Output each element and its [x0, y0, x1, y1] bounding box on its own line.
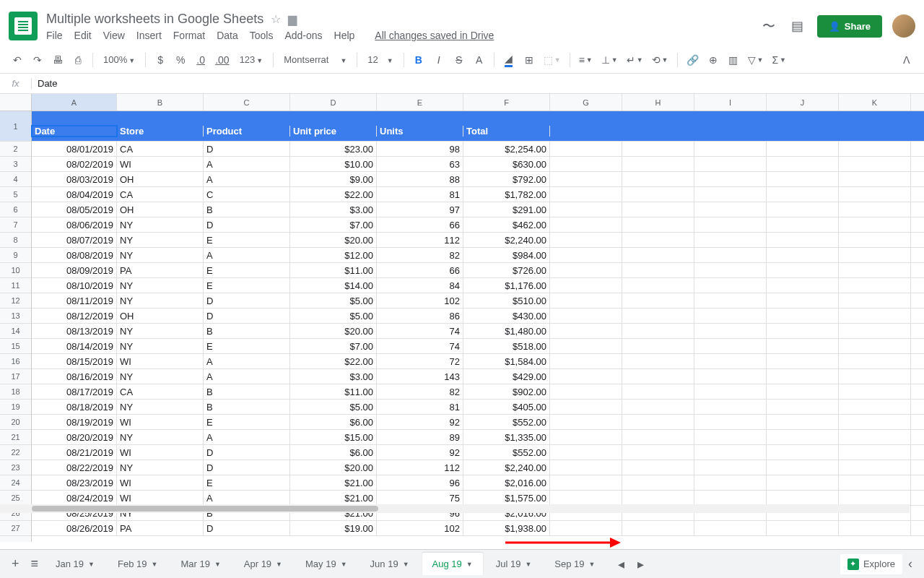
cell-E22[interactable]: 92 [377, 445, 463, 460]
sheet-menu-icon[interactable]: ▼ [341, 561, 347, 568]
cell-C9[interactable]: A [204, 248, 290, 262]
cell-F17[interactable]: $429.00 [463, 369, 550, 384]
row-header-18[interactable]: 18 [0, 384, 31, 400]
cell-J21[interactable] [767, 430, 839, 444]
row-header-10[interactable]: 10 [0, 263, 31, 278]
cell-K6[interactable] [839, 202, 911, 217]
cell-J15[interactable] [767, 339, 839, 353]
cell-G27[interactable] [550, 521, 622, 535]
cell-E13[interactable]: 86 [377, 309, 463, 323]
cell-G25[interactable] [550, 491, 622, 505]
more-formats-dropdown[interactable]: 123▼ [235, 54, 268, 65]
cell-K22[interactable] [839, 445, 911, 460]
cell-G13[interactable] [550, 309, 622, 323]
cell-K27[interactable] [839, 521, 911, 535]
cell-J24[interactable] [767, 475, 839, 490]
cell-F13[interactable]: $430.00 [463, 309, 550, 323]
sheet-tab-may-19[interactable]: May 19 ▼ [295, 553, 357, 575]
row-header-1[interactable]: 1 [0, 111, 31, 142]
cell-D13[interactable]: $5.00 [290, 309, 377, 323]
format-currency-button[interactable]: $ [152, 51, 169, 69]
decrease-decimals-button[interactable]: .0 [192, 51, 209, 69]
cell-D5[interactable]: $22.00 [290, 187, 377, 202]
sheet-menu-icon[interactable]: ▼ [403, 561, 409, 568]
merge-cells-button[interactable]: ⬚▼ [541, 51, 564, 69]
cell-B7[interactable]: NY [117, 217, 204, 232]
cell-A10[interactable]: 08/09/2019 [32, 263, 117, 277]
cell-C24[interactable]: E [204, 475, 290, 490]
cell-E18[interactable]: 82 [377, 384, 463, 399]
cell-F23[interactable]: $2,240.00 [463, 460, 550, 475]
cell-I18[interactable] [694, 384, 767, 399]
cell-H7[interactable] [622, 217, 694, 232]
cell-I22[interactable] [694, 445, 767, 460]
cell-F1[interactable]: Total [463, 126, 550, 137]
sheet-menu-icon[interactable]: ▼ [151, 561, 157, 568]
cell-H24[interactable] [622, 475, 694, 490]
cell-I21[interactable] [694, 430, 767, 444]
cell-G14[interactable] [550, 324, 622, 338]
share-button[interactable]: 👤 Share [817, 15, 882, 38]
cell-D25[interactable]: $21.00 [290, 491, 377, 505]
cell-B14[interactable]: NY [117, 324, 204, 338]
cell-E7[interactable]: 66 [377, 217, 463, 232]
font-size-dropdown[interactable]: 12▼ [363, 54, 397, 65]
cell-E8[interactable]: 112 [377, 233, 463, 247]
cell-J20[interactable] [767, 415, 839, 429]
cell-F22[interactable]: $552.00 [463, 445, 550, 460]
cell-G8[interactable] [550, 233, 622, 247]
row-header-19[interactable]: 19 [0, 400, 31, 415]
row-header-9[interactable]: 9 [0, 248, 31, 263]
row-header-21[interactable]: 21 [0, 430, 31, 445]
cell-D17[interactable]: $3.00 [290, 369, 377, 384]
cell-I16[interactable] [694, 354, 767, 368]
cell-F12[interactable]: $510.00 [463, 293, 550, 308]
font-dropdown[interactable]: Montserrat▼ [279, 54, 351, 65]
cell-E12[interactable]: 102 [377, 293, 463, 308]
italic-button[interactable]: I [430, 51, 448, 69]
row-header-20[interactable]: 20 [0, 415, 31, 430]
cell-B15[interactable]: NY [117, 339, 204, 353]
column-header-D[interactable]: D [290, 94, 377, 111]
sheet-menu-icon[interactable]: ▼ [214, 561, 221, 568]
cell-A4[interactable]: 08/03/2019 [32, 172, 117, 186]
cell-E11[interactable]: 84 [377, 278, 463, 293]
cell-D23[interactable]: $20.00 [290, 460, 377, 475]
cell-A16[interactable]: 08/15/2019 [32, 354, 117, 368]
cell-E23[interactable]: 112 [377, 460, 463, 475]
row-header-3[interactable]: 3 [0, 157, 31, 172]
insert-comment-button[interactable]: ⊕ [705, 51, 722, 69]
cell-G12[interactable] [550, 293, 622, 308]
cell-D3[interactable]: $10.00 [290, 157, 377, 171]
cell-C16[interactable]: A [204, 354, 290, 368]
row-header-6[interactable]: 6 [0, 202, 31, 217]
column-header-J[interactable]: J [767, 94, 839, 111]
cell-G15[interactable] [550, 339, 622, 353]
folder-icon[interactable]: ▆ [288, 12, 297, 26]
cell-B1[interactable]: Store [117, 126, 204, 137]
menu-insert[interactable]: Insert [136, 30, 162, 41]
cell-J8[interactable] [767, 233, 839, 247]
cell-H10[interactable] [622, 263, 694, 277]
cell-A27[interactable]: 08/26/2019 [32, 521, 117, 535]
cell-B11[interactable]: NY [117, 278, 204, 293]
cell-C21[interactable]: A [204, 430, 290, 444]
functions-button[interactable]: Σ▼ [769, 51, 789, 69]
row-header-16[interactable]: 16 [0, 354, 31, 369]
comments-icon[interactable]: ▤ [788, 17, 807, 35]
cell-F11[interactable]: $1,176.00 [463, 278, 550, 293]
cell-D22[interactable]: $6.00 [290, 445, 377, 460]
cell-C10[interactable]: E [204, 263, 290, 277]
cell-K3[interactable] [839, 157, 911, 171]
cell-B19[interactable]: NY [117, 400, 204, 414]
sheet-tab-aug-19[interactable]: Aug 19 ▼ [422, 553, 483, 575]
print-button[interactable]: 🖶 [49, 51, 66, 69]
vertical-align-button[interactable]: ⊥▼ [598, 51, 621, 69]
cell-H18[interactable] [622, 384, 694, 399]
cell-J22[interactable] [767, 445, 839, 460]
row-header-15[interactable]: 15 [0, 339, 31, 354]
side-panel-toggle[interactable]: ‹ [902, 552, 918, 576]
cell-E21[interactable]: 89 [377, 430, 463, 444]
cell-C4[interactable]: A [204, 172, 290, 186]
row-header-25[interactable]: 25 [0, 491, 31, 506]
